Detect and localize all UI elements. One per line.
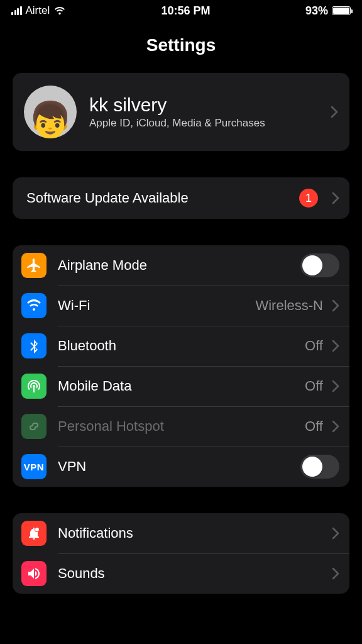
clock: 10:56 PM — [162, 4, 211, 18]
carrier-label: Airtel — [26, 4, 50, 17]
chevron-right-icon — [332, 340, 339, 352]
status-bar: Airtel 10:56 PM 93% — [0, 0, 362, 21]
status-left: Airtel — [11, 4, 66, 17]
chevron-right-icon — [332, 567, 339, 580]
airplane-mode-label: Airplane Mode — [58, 257, 300, 274]
profile-group: 👦 kk silvery Apple ID, iCloud, Media & P… — [13, 73, 349, 151]
sounds-row[interactable]: Sounds — [13, 553, 349, 594]
battery-icon — [332, 6, 351, 15]
profile-subtitle: Apple ID, iCloud, Media & Purchases — [89, 117, 326, 130]
avatar: 👦 — [24, 86, 77, 138]
profile-name: kk silvery — [89, 94, 326, 116]
personal-hotspot-row[interactable]: Personal Hotspot Off — [13, 406, 349, 447]
network-group: Airplane Mode Wi-Fi Wireless-N Bluetooth… — [13, 245, 349, 487]
wifi-value: Wireless-N — [255, 297, 323, 314]
system-group: Notifications Sounds — [13, 513, 349, 594]
software-update-label: Software Update Available — [26, 190, 299, 206]
notifications-label: Notifications — [58, 525, 327, 541]
mobile-data-row[interactable]: Mobile Data Off — [13, 366, 349, 406]
sounds-label: Sounds — [58, 565, 327, 582]
vpn-icon: VPN — [21, 454, 47, 479]
vpn-toggle[interactable] — [300, 455, 339, 479]
bluetooth-value: Off — [305, 338, 323, 354]
software-update-row[interactable]: Software Update Available 1 — [13, 177, 349, 219]
airplane-icon — [21, 253, 47, 278]
update-badge: 1 — [299, 189, 318, 208]
notifications-icon — [21, 521, 47, 546]
vpn-label: VPN — [58, 458, 300, 475]
chevron-right-icon — [332, 420, 339, 433]
chevron-right-icon — [332, 527, 339, 540]
software-update-group: Software Update Available 1 — [13, 177, 349, 219]
airplane-mode-toggle[interactable] — [300, 253, 339, 277]
airplane-mode-row[interactable]: Airplane Mode — [13, 245, 349, 286]
notifications-row[interactable]: Notifications — [13, 513, 349, 553]
bluetooth-row[interactable]: Bluetooth Off — [13, 326, 349, 366]
wifi-icon — [53, 6, 66, 15]
hotspot-value: Off — [305, 418, 323, 435]
battery-percent: 93% — [305, 4, 328, 18]
chevron-right-icon — [332, 380, 339, 392]
apple-id-row[interactable]: 👦 kk silvery Apple ID, iCloud, Media & P… — [13, 73, 349, 151]
profile-text: kk silvery Apple ID, iCloud, Media & Pur… — [89, 94, 326, 130]
cellular-icon — [21, 374, 47, 399]
wifi-label: Wi-Fi — [58, 297, 255, 314]
chevron-right-icon — [331, 106, 338, 118]
mobile-data-value: Off — [305, 378, 323, 394]
chevron-right-icon — [332, 299, 339, 312]
vpn-row[interactable]: VPN VPN — [13, 447, 349, 487]
hotspot-label: Personal Hotspot — [58, 418, 305, 435]
bluetooth-label: Bluetooth — [58, 338, 305, 354]
chevron-right-icon — [332, 192, 339, 204]
status-right: 93% — [305, 4, 351, 18]
svg-point-1 — [35, 528, 39, 531]
hotspot-icon — [21, 414, 47, 439]
wifi-row[interactable]: Wi-Fi Wireless-N — [13, 286, 349, 326]
cellular-signal-icon — [11, 6, 22, 15]
sounds-icon — [21, 561, 47, 586]
wifi-settings-icon — [21, 293, 47, 318]
mobile-data-label: Mobile Data — [58, 378, 305, 394]
page-title: Settings — [0, 35, 362, 55]
bluetooth-icon — [21, 333, 47, 358]
